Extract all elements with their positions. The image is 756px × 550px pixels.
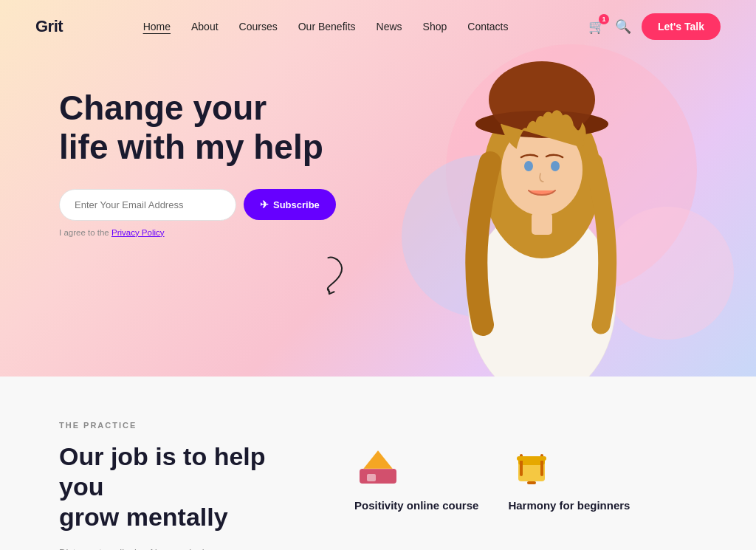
nav-about[interactable]: About [191,21,219,32]
email-input[interactable] [59,189,236,221]
course-title-positivity: Positivity online course [354,499,478,512]
lets-talk-button[interactable]: Let's Talk [642,13,721,40]
svg-rect-13 [367,474,376,481]
course-icon-positivity [354,441,402,489]
hero-arrow-decoration [314,250,380,308]
svg-rect-18 [517,456,546,461]
hero-section: Change your life with my help ✈ Subscrib… [0,0,756,377]
hero-person-image [416,0,667,377]
hero-title: Change your life with my help [59,89,336,167]
search-icon[interactable]: 🔍 [615,18,631,35]
course-icon-harmony [508,441,555,489]
privacy-policy-text: I agree to the Privacy Policy [59,228,336,237]
site-logo[interactable]: Grit [35,17,63,36]
lower-section: THE PRACTICE Our job is to help you grow… [0,377,756,550]
header-actions: 🛒 1 🔍 Let's Talk [588,13,721,40]
svg-rect-10 [360,469,396,484]
lower-description: Dicta sunt explicabo. Nemo enim ipsam vo… [59,545,266,550]
nav-news[interactable]: News [377,21,402,32]
svg-point-8 [551,161,560,171]
svg-marker-11 [363,450,393,469]
nav-contacts[interactable]: Contacts [467,21,508,32]
course-title-harmony: Harmony for beginners [508,499,630,512]
cart-badge: 1 [599,14,609,24]
practice-label: THE PRACTICE [59,421,697,430]
privacy-policy-link[interactable]: Privacy Policy [111,228,165,237]
course-card-positivity[interactable]: Positivity online course [354,441,478,512]
lower-content: Our job is to help you grow mentally Dic… [59,441,697,550]
subscribe-button[interactable]: ✈ Subscribe [244,189,336,220]
lower-title: Our job is to help you grow mentally [59,441,310,532]
nav-courses[interactable]: Courses [239,21,278,32]
svg-point-7 [524,161,533,171]
svg-rect-9 [532,213,552,235]
courses-grid: Positivity online course Harmony for beg… [354,441,697,512]
nav-shop[interactable]: Shop [423,21,447,32]
svg-rect-19 [527,481,536,484]
main-nav: Home About Courses Our Benefits News Sho… [143,21,509,32]
cart-icon[interactable]: 🛒 1 [588,18,605,35]
send-icon: ✈ [260,199,269,210]
course-card-harmony[interactable]: Harmony for beginners [508,441,630,512]
hero-subscribe-form: ✈ Subscribe [59,189,336,221]
hero-content: Change your life with my help ✈ Subscrib… [59,89,336,237]
nav-our-benefits[interactable]: Our Benefits [298,21,356,32]
nav-home[interactable]: Home [143,21,171,32]
site-header: Grit Home About Courses Our Benefits New… [0,0,756,53]
lower-left-content: Our job is to help you grow mentally Dic… [59,441,310,550]
